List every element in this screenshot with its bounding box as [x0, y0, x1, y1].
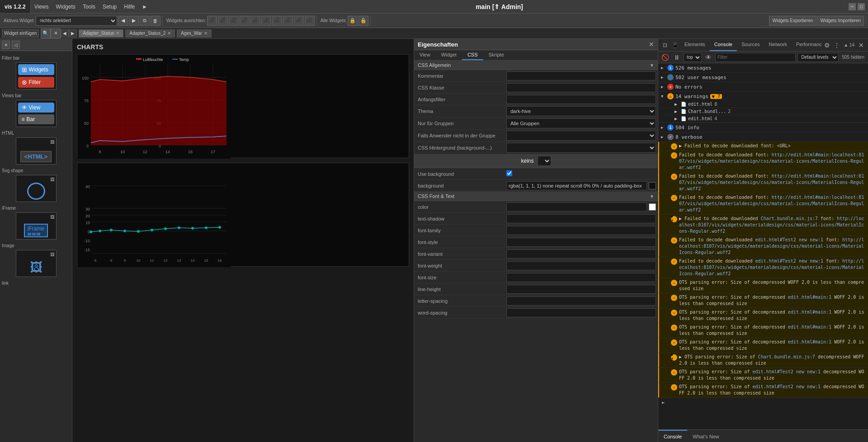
prop-input-font-size[interactable] [506, 273, 656, 282]
keins-header[interactable]: keins [414, 154, 658, 168]
menu-hilfe[interactable]: Hilfe [120, 0, 138, 13]
dt-tab-elements[interactable]: Elements [680, 39, 710, 51]
background-color-swatch[interactable] [649, 182, 656, 189]
filter-widgets-btn[interactable]: ⊞ Widgets [18, 64, 54, 75]
dt-close-btn[interactable]: ✕ [856, 40, 866, 50]
widget-delete[interactable]: 🗑 [151, 16, 160, 26]
dt-settings-btn[interactable]: ⚙ [822, 40, 832, 50]
dt-levels-select[interactable]: Default levels [797, 53, 839, 62]
prop-select-falls-anwender[interactable] [506, 131, 656, 141]
dt-group-messages-header[interactable]: ▶ i 526 messages [658, 63, 868, 72]
menu-forward[interactable]: ► [138, 0, 151, 13]
views-bar-widget[interactable]: 👁 View ≡ Bar [2, 100, 70, 127]
align-center-v[interactable]: ⬛ [250, 16, 260, 26]
prop-tab-widget[interactable]: Widget [436, 50, 462, 60]
prop-close-button[interactable]: ✕ [649, 41, 654, 48]
menu-tools[interactable]: Tools [79, 0, 99, 13]
prop-input-font-family[interactable] [506, 226, 656, 235]
dt-tab-console[interactable]: Console [710, 39, 737, 51]
filter-bar-widget[interactable]: ⊞ Widgets ⊗ Filter [2, 62, 70, 89]
widget-copy[interactable]: ⧉ [140, 16, 150, 26]
dt-footer-console[interactable]: Console [658, 430, 687, 442]
close-tab-adapter-status[interactable]: ✕ [116, 31, 119, 36]
dt-footer-whats-new[interactable]: What's New [687, 430, 724, 442]
align-top[interactable]: ⬛ [240, 16, 250, 26]
menu-setup[interactable]: Setup [99, 0, 120, 13]
prop-input-anfangsfilter[interactable] [506, 95, 656, 104]
menu-views[interactable]: Views [31, 0, 52, 13]
dt-eye-btn[interactable]: 👁 [703, 52, 713, 62]
prop-input-font-weight[interactable] [506, 261, 656, 270]
iframe-widget[interactable]: 🖼 iFrame [2, 212, 70, 240]
sidebar-collapse-btn[interactable]: ◁ [12, 41, 20, 49]
dt-filter-input[interactable] [715, 53, 796, 62]
import-button[interactable]: Widgets Importieren [817, 16, 864, 26]
filter-filter-btn[interactable]: ⊗ Filter [18, 77, 54, 88]
align-center-h[interactable]: ⬛ [218, 16, 228, 26]
breadcrumb-tab-adapter-status-2[interactable]: Adapter_Status_2 ✕ [125, 29, 175, 38]
dt-pause-btn[interactable]: ⏸ [672, 52, 682, 62]
dt-tab-performance[interactable]: Performance [792, 39, 822, 51]
dt-context-select[interactable]: top [684, 53, 702, 62]
bc-back[interactable]: ◀ [61, 29, 69, 38]
export-button[interactable]: Widgets Exportieren [769, 16, 816, 26]
prop-input-kommentar[interactable] [506, 71, 656, 80]
view-btn[interactable]: 👁 View [18, 103, 54, 113]
all-widgets-unlock[interactable]: 🔓 [359, 16, 368, 26]
prop-input-color[interactable] [506, 202, 647, 212]
align-bottom[interactable]: ⬛ [261, 16, 271, 26]
prop-input-text-shadow[interactable] [506, 214, 656, 223]
insert-widget-button[interactable]: Widget einfügen [2, 29, 39, 38]
widget-nav-next[interactable]: ▶ [129, 16, 139, 26]
align-same-height[interactable]: ⬛ [305, 16, 315, 26]
close-sidebar-btn[interactable]: ✕ [51, 28, 61, 38]
dt-overflow-btn[interactable]: ⋮ [832, 40, 842, 50]
svg-widget[interactable]: 🖼 [2, 175, 70, 202]
prop-input-font-variant[interactable] [506, 249, 656, 259]
dt-clear-btn[interactable]: 🚫 [660, 52, 670, 62]
align-spread-v[interactable]: ⬛ [283, 16, 293, 26]
prop-input-background[interactable] [506, 181, 647, 190]
prop-tab-skripte[interactable]: Skripte [483, 50, 509, 60]
css-allgemein-header[interactable]: CSS Allgemein ▼ [414, 61, 658, 70]
dt-expand-more[interactable]: ► [658, 398, 868, 407]
close-tab-ages-war[interactable]: ✕ [204, 31, 208, 36]
prop-select-thema[interactable]: dark-hive [506, 106, 656, 116]
dt-tab-sources[interactable]: Sources [737, 39, 764, 51]
widget-select[interactable]: nichts selektiert [36, 16, 117, 26]
dt-device-btn[interactable]: 📱 [670, 40, 680, 50]
align-right[interactable]: ⬛ [229, 16, 239, 26]
search-widget-btn[interactable]: 🔍 [41, 28, 51, 38]
color-swatch[interactable] [649, 203, 656, 211]
close-tab-adapter-status-2[interactable]: ✕ [167, 31, 171, 36]
prop-select-css-hintergrund[interactable] [506, 143, 656, 153]
dt-inspect-btn[interactable]: ⊡ [660, 40, 670, 50]
dt-group-info-header[interactable]: ▶ i 504 info [658, 123, 868, 132]
menu-widgets[interactable]: Widgets [52, 0, 79, 13]
dt-tab-network[interactable]: Network [764, 39, 792, 51]
css-font-text-header[interactable]: CSS Font & Text ▼ [414, 192, 658, 201]
bar-btn[interactable]: ≡ Bar [18, 114, 54, 124]
align-left[interactable]: ⬛ [207, 16, 217, 26]
prop-tab-view[interactable]: View [414, 50, 436, 60]
html-widget[interactable]: 🖼 <HTML> [2, 137, 70, 165]
align-same-width[interactable]: ⬛ [294, 16, 304, 26]
win-maximize[interactable]: □ [858, 3, 865, 10]
win-minimize[interactable]: ─ [849, 3, 856, 10]
prop-input-line-height[interactable] [506, 285, 656, 294]
widget-nav-prev[interactable]: ◀ [118, 16, 128, 26]
prop-input-font-style[interactable] [506, 238, 656, 247]
align-spread-h[interactable]: ⬛ [272, 16, 282, 26]
dt-group-verbose-header[interactable]: ▶ ✓ 8 verbose [658, 132, 868, 141]
image-widget[interactable]: 🖼 🖼 [2, 250, 70, 277]
breadcrumb-tab-adapter-status[interactable]: Adapter_Status ✕ [79, 29, 123, 38]
dt-group-errors-header[interactable]: ▶ ✕ No errors [658, 82, 868, 91]
dt-group-warnings-header[interactable]: ▼ ⚠ 14 warnings ▼ 7 [658, 92, 868, 101]
prop-checkbox-use-bg[interactable] [506, 170, 512, 176]
sidebar-close-btn[interactable]: ✕ [2, 41, 10, 49]
prop-select-gruppen[interactable]: Alle Gruppen [506, 118, 656, 128]
all-widgets-lock[interactable]: 🔒 [348, 16, 358, 26]
keins-select[interactable] [538, 156, 551, 166]
prop-input-word-spacing[interactable] [506, 308, 656, 317]
bc-forward[interactable]: ▶ [69, 29, 77, 38]
